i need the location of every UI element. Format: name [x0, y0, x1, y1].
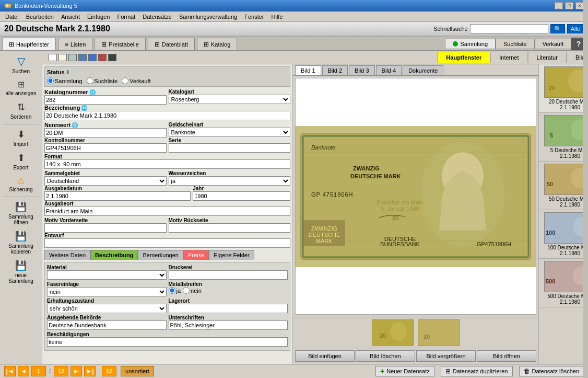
input-ausgabeort[interactable]	[44, 207, 290, 216]
menu-datensaetze[interactable]: Datensätze	[139, 13, 175, 21]
radio-sammlung[interactable]: Sammlung	[47, 77, 83, 84]
view-tab-hauptfenster[interactable]: Hauptfenster	[437, 52, 490, 63]
select-fasereinlage[interactable]: neinja	[47, 287, 167, 296]
sidebar-item-alle-anzeigen[interactable]: ⊞ alle anzeigen	[0, 77, 42, 98]
nav-last-button[interactable]: ►|	[84, 366, 96, 376]
sidebar-item-sicherung[interactable]: ⚠ Sicherung	[0, 174, 42, 194]
radio-suchliste[interactable]: Suchliste	[87, 77, 118, 84]
input-serie[interactable]	[169, 143, 291, 153]
form-tab-weitere-daten[interactable]: Weitere Daten	[44, 250, 90, 260]
input-lagerort[interactable]	[169, 304, 288, 313]
select-katalogtyp[interactable]: Rosenberg	[169, 95, 291, 104]
tab-hauptfenster[interactable]: ⊞ Hauptfenster	[2, 38, 56, 50]
menu-hilfe[interactable]: Hilfe	[268, 13, 286, 21]
select-sammelgebiet[interactable]: Deutschland	[44, 176, 167, 186]
radio-metall-nein-input[interactable]	[183, 287, 190, 294]
tab-verkauft[interactable]: Verkauft	[535, 39, 571, 49]
search-input[interactable]	[470, 24, 548, 33]
input-motiv-vorderseite[interactable]	[44, 223, 167, 233]
nav-next-button[interactable]: ►	[70, 366, 82, 376]
swatch-blue2[interactable]	[88, 54, 97, 61]
radio-verkauft-input[interactable]	[122, 77, 128, 84]
menu-sammlungsverwaltung[interactable]: Sammlungsverwaltung	[176, 13, 240, 21]
btn-bild-einfuegen[interactable]: Bild einfügen	[295, 350, 355, 362]
view-tab-internet[interactable]: Internet	[490, 52, 527, 63]
img-tab-bild1[interactable]: Bild 1	[295, 65, 321, 75]
radio-metall-ja-input[interactable]	[169, 287, 175, 294]
thumb-1[interactable]: 20	[372, 319, 414, 346]
input-nennwert[interactable]	[44, 128, 167, 138]
tab-listen[interactable]: ≡ Listen	[58, 38, 92, 50]
nav-datensatz-duplizieren[interactable]: ⊞ Datensatz duplizieren	[441, 366, 513, 376]
nennwert-info-icon[interactable]: 🌐	[72, 122, 78, 128]
select-wasserzeichen[interactable]: ja nein	[169, 176, 291, 186]
input-ausgebende-behoerde[interactable]	[47, 320, 167, 330]
swatch-beige[interactable]	[58, 54, 67, 61]
form-tab-eigene-felder[interactable]: Eigene Felder	[209, 250, 254, 260]
tab-datenblatt[interactable]: ⊞ Datenblatt	[148, 38, 195, 50]
radio-verkauft[interactable]: Verkauft	[122, 77, 150, 84]
img-tab-bild3[interactable]: Bild 3	[349, 65, 375, 75]
swatch-red[interactable]	[98, 54, 107, 61]
select-geldscheinart[interactable]: Banknote	[169, 128, 291, 137]
btn-bild-vergroessern[interactable]: Bild vergrößern	[416, 350, 476, 362]
form-tab-bemerkungen[interactable]: Bemerkungen	[138, 250, 183, 260]
menu-format[interactable]: Format	[114, 13, 138, 21]
input-jahr[interactable]	[193, 191, 290, 201]
right-thumb-5dm[interactable]: 5 5 Deutsche Mark2.1.1980	[539, 113, 588, 162]
menu-einfuegen[interactable]: Einfügen	[84, 13, 113, 21]
img-tab-bild4[interactable]: Bild 4	[376, 65, 402, 75]
nav-neuer-datensatz[interactable]: + Neuer Datensatz	[375, 366, 434, 376]
right-thumb-500dm[interactable]: 500 500 Deutsche Mark2.1.1980	[539, 259, 588, 307]
sidebar-item-sammlung-oeffnen[interactable]: 💾 Sammlungöffnen	[0, 199, 42, 227]
nav-first-button[interactable]: |◄	[4, 366, 16, 376]
window-controls[interactable]: _ □ ×	[555, 2, 584, 9]
swatch-dark[interactable]	[108, 54, 116, 61]
select-material[interactable]	[47, 270, 167, 280]
status-info-icon[interactable]: ℹ	[67, 70, 69, 75]
sidebar-item-import[interactable]: ⬇ Import	[0, 127, 42, 149]
radio-metall-ja[interactable]: ja	[169, 287, 181, 294]
minimize-button[interactable]: _	[555, 2, 563, 9]
swatch-white[interactable]	[49, 54, 57, 61]
sidebar-item-export[interactable]: ⬆ Export	[0, 150, 42, 173]
radio-suchliste-input[interactable]	[87, 77, 93, 84]
sidebar-item-sortieren[interactable]: ⇅ Sortieren	[0, 99, 42, 122]
select-erhaltungszustand[interactable]: sehr schön	[47, 304, 167, 313]
view-tab-literatur[interactable]: Literatur	[528, 52, 567, 63]
menu-bearbeiten[interactable]: Bearbeiten	[23, 13, 57, 21]
tab-sammlung[interactable]: Sammlung	[445, 39, 496, 49]
input-format[interactable]	[44, 159, 290, 169]
img-tab-dokumente[interactable]: Dokumente	[403, 65, 443, 75]
tab-preistabelle[interactable]: ⊞ Preistabelle	[95, 38, 145, 50]
sidebar-item-sammlung-kopieren[interactable]: 💾 Sammlungkopieren	[0, 228, 42, 257]
katalognummer-info-icon[interactable]: 🌐	[89, 89, 96, 95]
menu-ansicht[interactable]: Ansicht	[58, 13, 83, 21]
search-button[interactable]: 🔍	[550, 24, 565, 33]
img-tab-bild2[interactable]: Bild 2	[322, 65, 348, 75]
btn-bild-loeschen[interactable]: Bild löschen	[356, 350, 415, 362]
nav-current-page[interactable]: 1	[31, 366, 46, 376]
sidebar-item-suchen[interactable]: ▽ Suchen	[0, 53, 42, 76]
menu-datei[interactable]: Datei	[2, 13, 22, 21]
tab-katalog[interactable]: ⊞ Katalog	[197, 38, 237, 50]
menu-fenster[interactable]: Fenster	[241, 13, 267, 21]
right-thumb-100dm[interactable]: 100 100 Deutsche Mark2.1.1980	[539, 210, 588, 259]
nav-prev-button[interactable]: ◄	[18, 366, 29, 376]
swatch-blue[interactable]	[78, 54, 87, 61]
right-thumb-50dm[interactable]: 50 50 Deutsche Mark2.1.1980	[539, 162, 588, 210]
input-katalognummer[interactable]	[44, 95, 167, 105]
nav-datensatz-loeschen[interactable]: 🗑 Datensatz löschen	[519, 366, 584, 376]
input-druckerei[interactable]	[169, 270, 288, 280]
form-tab-beschreibung[interactable]: Beschreibung	[90, 250, 138, 260]
btn-bild-oeffnen[interactable]: Bild öffnen	[477, 350, 536, 362]
input-beschaedigungen[interactable]	[47, 337, 288, 347]
input-unterschriften[interactable]	[169, 320, 288, 330]
swatch-teal-light[interactable]	[68, 54, 77, 61]
scrollbar[interactable]	[583, 64, 588, 364]
maximize-button[interactable]: □	[565, 2, 573, 9]
right-thumb-20dm[interactable]: 20 20 Deutsche Mark2.1.1980	[539, 64, 588, 113]
input-kontrollnummer[interactable]	[44, 143, 167, 153]
form-tab-preise[interactable]: Preise	[183, 250, 209, 260]
input-bezeichnung[interactable]	[44, 111, 290, 120]
